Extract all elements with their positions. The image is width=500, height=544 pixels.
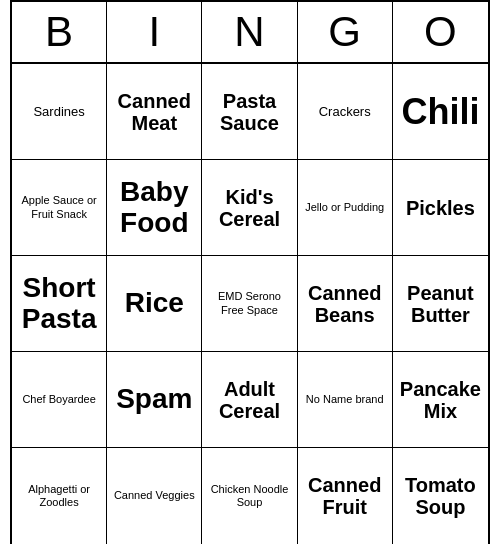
bingo-cell-15: Chef Boyardee — [12, 352, 107, 448]
header-letter-i: I — [107, 2, 202, 62]
bingo-cell-20: Alphagetti or Zoodles — [12, 448, 107, 544]
bingo-cell-6: Baby Food — [107, 160, 202, 256]
bingo-cell-24: Tomato Soup — [393, 448, 488, 544]
bingo-cell-21: Canned Veggies — [107, 448, 202, 544]
header-letter-o: O — [393, 2, 488, 62]
bingo-cell-0: Sardines — [12, 64, 107, 160]
bingo-cell-12: EMD Serono Free Space — [202, 256, 297, 352]
bingo-header: BINGO — [12, 2, 488, 64]
bingo-cell-4: Chili — [393, 64, 488, 160]
bingo-cell-2: Pasta Sauce — [202, 64, 297, 160]
bingo-cell-17: Adult Cereal — [202, 352, 297, 448]
bingo-cell-1: Canned Meat — [107, 64, 202, 160]
bingo-cell-23: Canned Fruit — [298, 448, 393, 544]
bingo-cell-8: Jello or Pudding — [298, 160, 393, 256]
bingo-cell-13: Canned Beans — [298, 256, 393, 352]
bingo-cell-22: Chicken Noodle Soup — [202, 448, 297, 544]
bingo-cell-7: Kid's Cereal — [202, 160, 297, 256]
bingo-cell-19: Pancake Mix — [393, 352, 488, 448]
bingo-cell-9: Pickles — [393, 160, 488, 256]
bingo-cell-18: No Name brand — [298, 352, 393, 448]
bingo-cell-3: Crackers — [298, 64, 393, 160]
bingo-cell-5: Apple Sauce or Fruit Snack — [12, 160, 107, 256]
bingo-cell-16: Spam — [107, 352, 202, 448]
bingo-card: BINGO SardinesCanned MeatPasta SauceCrac… — [10, 0, 490, 544]
header-letter-g: G — [298, 2, 393, 62]
bingo-cell-14: Peanut Butter — [393, 256, 488, 352]
header-letter-b: B — [12, 2, 107, 62]
bingo-grid: SardinesCanned MeatPasta SauceCrackersCh… — [12, 64, 488, 544]
header-letter-n: N — [202, 2, 297, 62]
bingo-cell-11: Rice — [107, 256, 202, 352]
bingo-cell-10: Short Pasta — [12, 256, 107, 352]
